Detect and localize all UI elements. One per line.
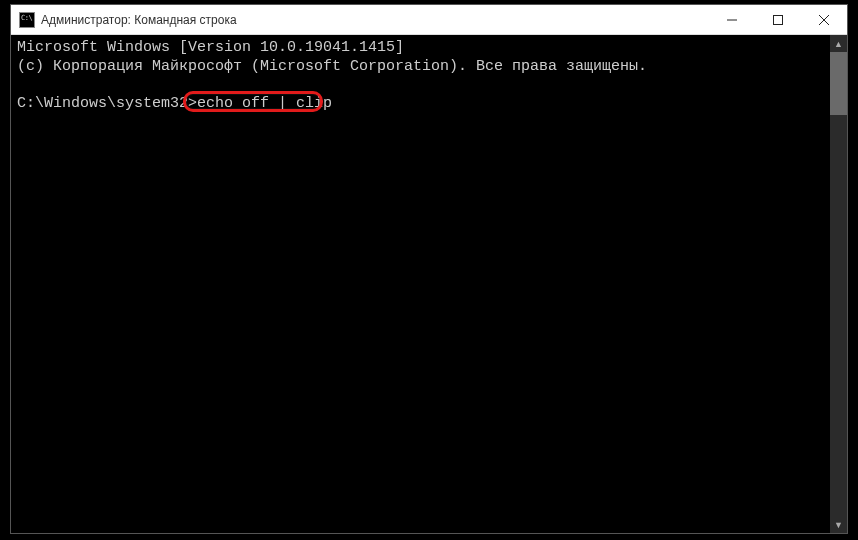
output-line: (c) Корпорация Майкрософт (Microsoft Cor… [17, 58, 647, 75]
terminal-body[interactable]: Microsoft Windows [Version 10.0.19041.14… [11, 35, 847, 533]
terminal-content[interactable]: Microsoft Windows [Version 10.0.19041.14… [11, 35, 847, 533]
scrollbar-thumb[interactable] [830, 52, 847, 115]
scroll-down-arrow[interactable]: ▼ [830, 516, 847, 533]
window-frame: Администратор: Командная строка Microsof… [10, 4, 848, 534]
window-title: Администратор: Командная строка [41, 13, 237, 27]
prompt-text: C:\Windows\system32> [17, 95, 197, 112]
output-line: Microsoft Windows [Version 10.0.19041.14… [17, 39, 404, 56]
svg-rect-1 [774, 15, 783, 24]
annotation-highlight [183, 91, 323, 112]
cmd-icon [19, 12, 35, 28]
close-button[interactable] [801, 5, 847, 35]
titlebar[interactable]: Администратор: Командная строка [11, 5, 847, 35]
scrollbar-track[interactable]: ▲ ▼ [830, 35, 847, 533]
scroll-up-arrow[interactable]: ▲ [830, 35, 847, 52]
maximize-button[interactable] [755, 5, 801, 35]
minimize-button[interactable] [709, 5, 755, 35]
